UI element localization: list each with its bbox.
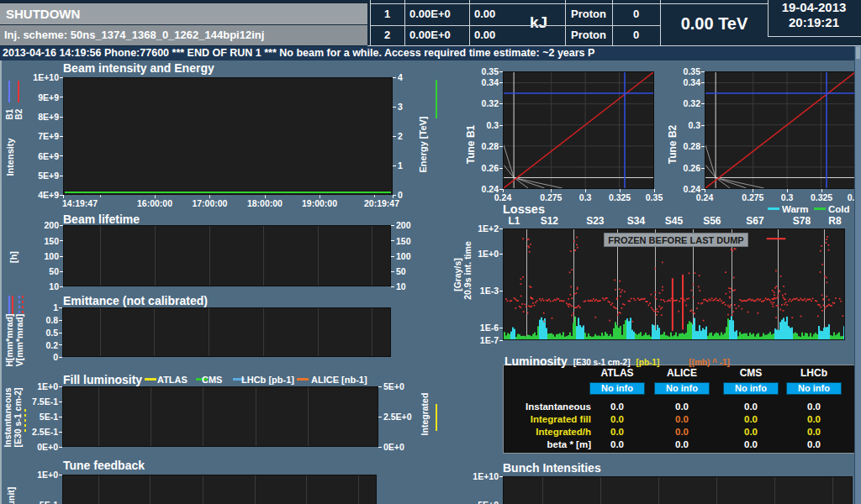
emittance-v-b2-mark xyxy=(22,296,24,316)
scrollbar-thumb[interactable] xyxy=(856,47,860,59)
vertical-scrollbar[interactable] xyxy=(854,46,861,504)
lum-value-0-2: 0.0 xyxy=(744,402,758,412)
chart-title-beam-intensity: Beam intensity and Energy xyxy=(63,61,214,75)
y-tick-label: 9E+9 xyxy=(38,92,59,102)
tick-mark xyxy=(59,417,62,417)
gridline xyxy=(318,308,319,356)
warm-legend-dash xyxy=(768,207,779,210)
y-tick-label: 0.34 xyxy=(482,77,499,87)
tick-mark xyxy=(585,189,586,192)
y-tick-label: 0 xyxy=(53,352,58,362)
tick-mark xyxy=(391,240,394,241)
y-tick-label: 0.3 xyxy=(486,120,499,130)
gridline xyxy=(98,475,99,504)
tick-mark xyxy=(60,286,63,287)
y-tick-label: 10 xyxy=(396,281,406,291)
minor-tick-mark xyxy=(265,195,266,197)
tick-mark xyxy=(503,189,504,192)
lum-value-0-1: 0.0 xyxy=(675,402,689,412)
tick-mark xyxy=(59,447,62,448)
no-info-button-atlas[interactable]: No info xyxy=(589,382,645,395)
lum-value-1-1: 0.0 xyxy=(675,414,689,425)
tick-mark xyxy=(701,103,705,104)
b1-legend-label: B1 xyxy=(5,109,14,120)
x-tick-label: 16:00:00 xyxy=(137,198,172,208)
x-tick-label: 18:00:00 xyxy=(247,198,283,208)
tick-mark xyxy=(59,475,62,475)
tick-mark xyxy=(499,168,503,169)
gridline xyxy=(155,226,156,286)
sector-label: S45 xyxy=(665,216,683,227)
tick-mark xyxy=(59,344,62,345)
legend-dash-alice xyxy=(297,378,309,381)
y-tick-label: 1E+0 xyxy=(37,470,58,480)
chart-title-losses: Losses xyxy=(503,202,545,216)
tune-b2-plot xyxy=(705,71,856,189)
x-tick-label: 0.325 xyxy=(609,192,631,202)
b1-legend-mark xyxy=(8,81,10,102)
minor-tick-mark xyxy=(209,195,210,197)
chart-title-beam-lifetime: Beam lifetime xyxy=(63,213,140,226)
x-tick-label: 20:19:47 xyxy=(364,198,399,208)
gridline xyxy=(774,477,775,504)
tick-mark xyxy=(701,146,705,147)
gridline xyxy=(263,226,264,286)
lum-value-3-0: 0.0 xyxy=(610,439,624,450)
tick-mark xyxy=(499,476,503,477)
energy-series-line xyxy=(65,192,391,193)
y-tick-label: 10 xyxy=(49,281,59,291)
b2-legend-mark xyxy=(18,81,19,102)
tick-mark xyxy=(59,357,62,358)
y-tick-label: 3 xyxy=(398,102,403,112)
x-tick-label: 0.275 xyxy=(540,192,562,202)
minor-tick-mark xyxy=(100,195,101,197)
lhc-page1-screen: SHUTDOWN Inj. scheme: 50ns_1374_1368_0_1… xyxy=(0,0,861,504)
no-info-button-lhcb[interactable]: No info xyxy=(786,382,842,395)
gridline xyxy=(256,387,256,446)
tick-mark xyxy=(391,271,394,272)
y-tick-label: 2.5E+0 xyxy=(383,412,412,422)
sector-label: S56 xyxy=(703,216,721,227)
gridline xyxy=(832,477,833,504)
tick-mark xyxy=(60,136,63,137)
gridline xyxy=(154,308,155,356)
x-tick-label: 0.325 xyxy=(811,192,832,202)
gridline xyxy=(209,226,210,286)
sector-label: S67 xyxy=(746,216,763,227)
y-tick-label-partial: 5E-1 xyxy=(40,500,58,504)
x-tick-label: 0.3 xyxy=(579,192,592,202)
losses-annotation: FROZEN BEFORE LAST DUMP xyxy=(604,233,748,247)
tick-mark xyxy=(60,240,63,241)
legend-label-atlas: ATLAS xyxy=(157,375,188,385)
tick-mark xyxy=(60,176,63,176)
y-tick-label: 0.2 xyxy=(45,340,58,350)
fill-lum-integrated-label: Integrated xyxy=(420,393,430,436)
y-tick-label: 50 xyxy=(49,266,59,276)
losses-integration-label: 20.9s int. time xyxy=(462,241,473,299)
cold-legend-label: Cold xyxy=(828,204,850,215)
lum-value-3-1: 0.0 xyxy=(675,439,689,450)
no-info-button-cms[interactable]: No info xyxy=(723,382,779,395)
fill-lum-unit-label: [E30 s-1 cm-2] xyxy=(13,387,23,447)
tick-mark xyxy=(705,189,705,192)
tick-mark xyxy=(499,71,503,72)
y-tick-label: 1 xyxy=(398,160,403,171)
emittance-h-b1-mark xyxy=(8,296,10,316)
tick-mark xyxy=(60,97,63,97)
lum-value-3-3: 0.0 xyxy=(807,439,821,450)
tick-mark xyxy=(753,189,753,192)
tick-mark xyxy=(499,146,503,147)
tick-mark xyxy=(821,189,822,192)
tune-b1-axis-label: Tune B1 xyxy=(466,125,477,164)
y-tick-label: 4 xyxy=(398,72,403,82)
no-info-button-alice[interactable]: No info xyxy=(654,382,710,395)
y-tick-label: 0.32 xyxy=(684,98,700,108)
tick-mark xyxy=(393,107,396,108)
tick-mark xyxy=(59,333,62,333)
left-edge-border xyxy=(0,60,2,504)
luminosity-title: Luminosity xyxy=(504,354,568,368)
tick-mark xyxy=(60,271,63,272)
sector-label: L1 xyxy=(508,216,520,227)
chart-title-bunch-intensities: Bunch Intensities xyxy=(503,461,601,475)
lum-value-2-1: 0.0 xyxy=(675,427,689,438)
